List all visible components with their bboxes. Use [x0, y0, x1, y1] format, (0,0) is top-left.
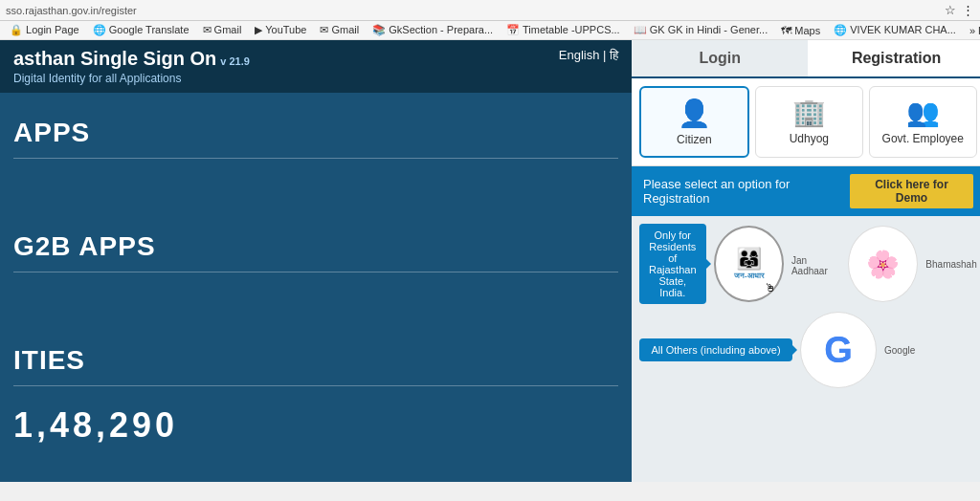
jan-aadhaar-text: जन-आधार: [734, 272, 764, 281]
bookmark-reading[interactable]: » Reading: [966, 24, 980, 37]
rajasthan-tooltip: Only for Residents of Rajasthan State, I…: [639, 224, 706, 304]
registration-banner-text: Please select an option for Registration: [643, 177, 850, 206]
bookmark-login[interactable]: 🔒 Login Page: [6, 23, 83, 37]
bookmark-gmail1[interactable]: ✉ Gmail: [199, 23, 246, 37]
bookmark-timetable[interactable]: 📅 Timetable -UPPCS...: [502, 23, 624, 37]
bookmark-vivek[interactable]: 🌐 VIVEK KUMAR CHA...: [830, 23, 960, 37]
bhamashah-label: Bhamashah: [925, 259, 976, 270]
sso-subtitle: Digital Identity for all Applications: [13, 72, 250, 85]
settings-icon[interactable]: ⋮: [962, 3, 974, 17]
bhamashah-icon: 🌸: [866, 249, 900, 280]
options-row-2: All Others (including above) G Google: [639, 312, 977, 388]
google-option[interactable]: G: [800, 312, 877, 388]
jan-aadhaar-icon: 👨‍👩‍👧: [736, 247, 762, 272]
google-container: Google: [884, 345, 915, 356]
bookmark-translate[interactable]: 🌐 Google Translate: [89, 23, 193, 37]
language-switch[interactable]: English | हि: [559, 48, 618, 63]
bookmark-gksection[interactable]: 📚 GkSection - Prepara...: [368, 23, 497, 37]
registration-banner: Please select an option for Registration…: [632, 166, 980, 216]
options-row-1: Only for Residents of Rajasthan State, I…: [639, 224, 977, 304]
udhyog-label: Udhyog: [790, 132, 829, 145]
citizen-label: Citizen: [677, 133, 712, 146]
tabs-container: Login Registration: [632, 40, 980, 78]
g2b-section-title: G2B APPS: [13, 216, 618, 270]
ities-section-title: ITIES: [13, 330, 618, 383]
tab-registration[interactable]: Registration: [808, 40, 980, 76]
bookmark-youtube[interactable]: ▶ YouTube: [251, 23, 310, 37]
url-text: sso.rajasthan.gov.in/register: [6, 5, 137, 16]
citizen-icon: 👤: [678, 98, 711, 129]
udhyog-icon: 🏢: [792, 97, 826, 128]
all-others-tooltip: All Others (including above): [639, 338, 792, 361]
bookmarks-bar: 🔒 Login Page 🌐 Google Translate ✉ Gmail …: [0, 21, 980, 40]
google-label: Google: [884, 345, 915, 356]
govt-employee-icon: 👥: [906, 97, 940, 128]
browser-url-bar: sso.rajasthan.gov.in/register ☆ ⋮: [0, 0, 980, 21]
jan-aadhaar-label: Jan Aadhaar: [791, 255, 840, 276]
options-grid: Only for Residents of Rajasthan State, I…: [632, 216, 980, 482]
counter-value: 1,48,290: [13, 405, 618, 446]
sso-version: v 21.9: [220, 55, 250, 67]
user-type-udhyog[interactable]: 🏢 Udhyog: [755, 86, 863, 158]
bhamashah-option[interactable]: 🌸: [848, 226, 918, 302]
bookmark-gmail2[interactable]: ✉ Gmail: [316, 23, 363, 37]
sso-title: asthan Single Sign On v 21.9: [13, 48, 250, 70]
jan-aadhaar-container: Jan Aadhaar: [791, 251, 840, 276]
bhamashah-container: Bhamashah: [925, 259, 976, 270]
govt-employee-label: Govt. Employee: [882, 132, 964, 145]
tab-login[interactable]: Login: [632, 40, 808, 76]
user-types-container: 👤 Citizen 🏢 Udhyog 👥 Govt. Employee: [632, 78, 980, 166]
cursor-icon: 🖱: [765, 281, 776, 294]
demo-button[interactable]: Click here for Demo: [850, 174, 972, 208]
apps-section-title: APPS: [13, 102, 618, 156]
user-type-citizen[interactable]: 👤 Citizen: [639, 86, 749, 158]
star-icon[interactable]: ☆: [945, 3, 956, 17]
jan-aadhaar-option[interactable]: 👨‍👩‍👧 जन-आधार 🖱: [714, 226, 784, 302]
user-type-govt-employee[interactable]: 👥 Govt. Employee: [869, 86, 977, 158]
right-panel: Login Registration 👤 Citizen 🏢 Udhyog 👥 …: [632, 40, 980, 482]
google-icon: G: [824, 330, 853, 371]
bookmark-maps[interactable]: 🗺 Maps: [777, 24, 824, 37]
bookmark-gk[interactable]: 📖 GK GK in Hindi - Gener...: [630, 23, 772, 37]
left-panel: asthan Single Sign On v 21.9 Digital Ide…: [0, 40, 632, 482]
